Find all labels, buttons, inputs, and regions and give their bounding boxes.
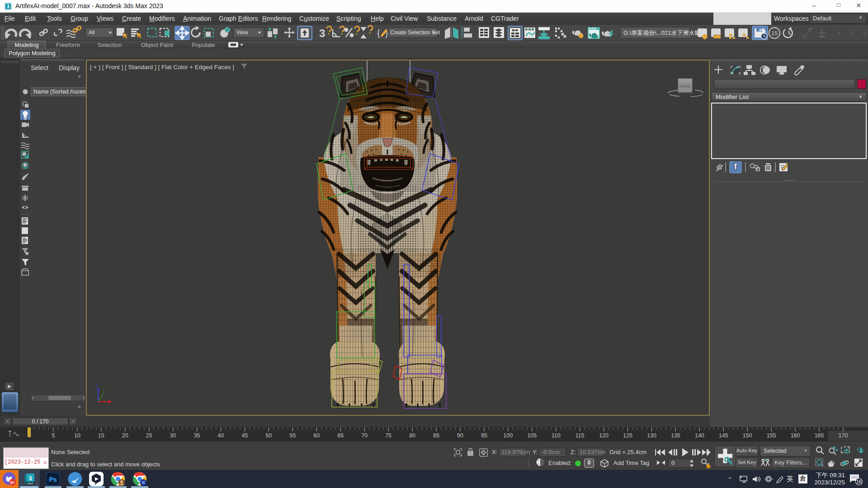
svg-text:110: 110 — [552, 432, 561, 439]
svg-text:20: 20 — [122, 432, 128, 439]
svg-text:All: All — [89, 29, 94, 36]
svg-text:5: 5 — [52, 432, 55, 439]
svg-text:60: 60 — [313, 432, 320, 439]
svg-text:MAX: MAX — [27, 482, 33, 485]
svg-text:3: 3 — [7, 4, 9, 9]
svg-text:40: 40 — [218, 432, 224, 439]
svg-text:View: View — [236, 29, 248, 36]
svg-text:y: y — [103, 389, 105, 393]
svg-text:3: 3 — [28, 475, 32, 482]
svg-text:70: 70 — [361, 432, 368, 439]
svg-text:{: { — [377, 28, 380, 38]
svg-text:135: 135 — [671, 432, 680, 439]
svg-text:145: 145 — [719, 432, 728, 439]
svg-text:35: 35 — [194, 432, 200, 439]
svg-text:3: 3 — [319, 27, 325, 39]
svg-text:15: 15 — [771, 30, 778, 37]
svg-text:100: 100 — [503, 432, 513, 439]
svg-text:15: 15 — [98, 432, 104, 439]
svg-text:150: 150 — [743, 432, 752, 439]
svg-text:10: 10 — [74, 432, 80, 439]
svg-text:55: 55 — [289, 432, 296, 439]
svg-text:85: 85 — [433, 432, 439, 439]
svg-text:16: 16 — [856, 479, 862, 484]
svg-text:9+: 9+ — [10, 480, 15, 485]
svg-text:25: 25 — [146, 432, 152, 439]
svg-text:80: 80 — [409, 432, 415, 439]
svg-text:45: 45 — [242, 432, 248, 439]
svg-text:30: 30 — [170, 432, 176, 439]
svg-text:Ps: Ps — [49, 476, 57, 483]
svg-text:120: 120 — [599, 432, 609, 439]
svg-text:170: 170 — [839, 432, 848, 439]
svg-text:65: 65 — [337, 432, 344, 439]
svg-text:115: 115 — [576, 432, 585, 439]
svg-text:165: 165 — [815, 432, 824, 439]
svg-text:95: 95 — [481, 432, 487, 439]
svg-text:90: 90 — [457, 432, 463, 439]
svg-text:155: 155 — [767, 432, 776, 439]
svg-text:130: 130 — [647, 432, 656, 439]
svg-text:z: z — [96, 383, 98, 387]
svg-text:50: 50 — [265, 432, 272, 439]
svg-text:75: 75 — [385, 432, 392, 439]
svg-text:125: 125 — [623, 432, 632, 439]
svg-text:105: 105 — [527, 432, 537, 439]
svg-text:P: P — [25, 155, 28, 158]
svg-text:160: 160 — [791, 432, 800, 439]
svg-text:140: 140 — [695, 432, 704, 439]
svg-text:FRONT: FRONT — [679, 85, 691, 88]
svg-text:G:\專案備份\...021水下潜水艇: G:\專案備份\...021水下潜水艇 — [623, 29, 700, 36]
